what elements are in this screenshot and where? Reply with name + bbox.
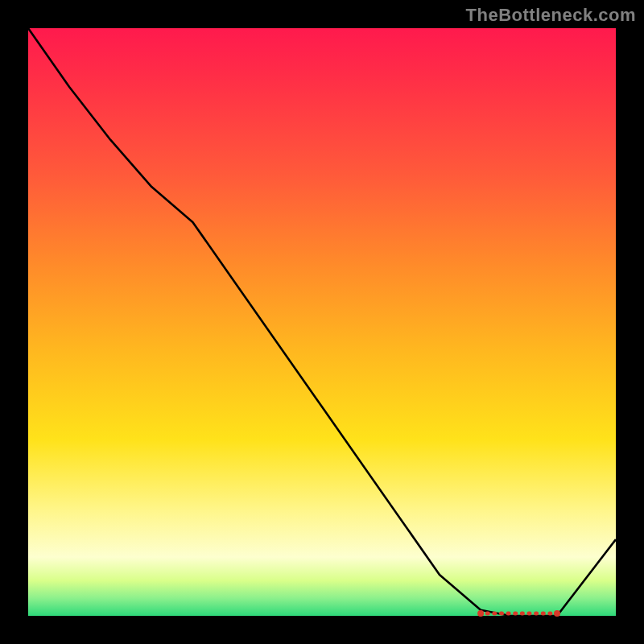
plot-area [28,28,616,616]
flat-region-marker [541,612,546,616]
flat-region-marker [547,612,552,616]
flat-region-marker [499,612,504,616]
flat-region-marker [526,612,531,616]
flat-region-marker [506,612,511,616]
flat-region-endcap [477,610,484,617]
line-chart-svg [28,28,616,616]
flat-region-marker [492,612,497,616]
flat-region-marker [534,612,539,616]
attribution-text: TheBottleneck.com [466,5,636,26]
flat-region-endcap [554,610,560,617]
curve-line [28,28,616,616]
chart-frame: TheBottleneck.com [0,0,644,644]
flat-region-marker [520,612,525,616]
flat-region-marker [513,612,518,616]
flat-region-marker [485,612,490,616]
